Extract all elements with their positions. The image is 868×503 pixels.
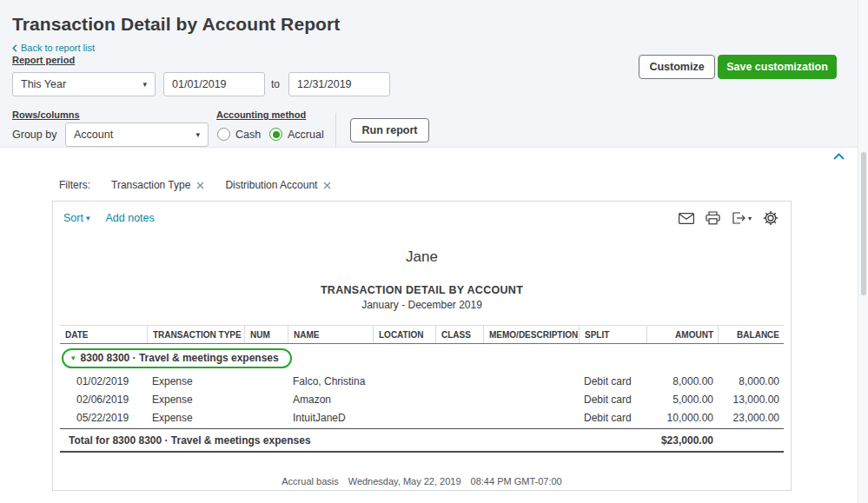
cell-num <box>244 408 288 427</box>
report-run-date: Wednesday, May 22, 2019 <box>348 476 461 486</box>
column-header-location: LOCATION <box>373 326 435 343</box>
cell-memo <box>483 372 579 390</box>
vertical-scrollbar[interactable] <box>858 0 868 503</box>
table-row[interactable]: 01/02/2019 Expense Falco, Christina Debi… <box>60 372 784 390</box>
sort-menu[interactable]: Sort ▾ <box>63 212 89 224</box>
customize-button[interactable]: Customize <box>639 55 715 79</box>
group-by-value: Account <box>74 129 113 141</box>
cell-name: Falco, Christina <box>288 372 373 390</box>
filter-chip-distribution-account[interactable]: Distribution Account <box>225 179 331 191</box>
column-header-balance: BALANCE <box>718 326 784 343</box>
filters-label: Filters: <box>59 179 90 191</box>
total-row: Total for 8300 8300 · Travel & meetings … <box>60 428 784 453</box>
run-report-button[interactable]: Run report <box>350 118 429 142</box>
rows-columns-label: Rows/columns <box>12 109 80 120</box>
collapse-panel-button[interactable] <box>825 149 851 164</box>
filters-bar: Filters: Transaction Type Distribution A… <box>59 179 331 191</box>
column-header-memo: MEMO/DESCRIPTION <box>483 326 579 343</box>
chevron-down-icon: ▾ <box>86 214 90 222</box>
scrollbar-thumb[interactable] <box>861 152 866 295</box>
accrual-radio[interactable]: Accrual <box>269 128 324 141</box>
report-toolbar: Sort ▾ Add notes ▾ <box>53 202 791 229</box>
cell-date: 01/02/2019 <box>60 372 147 390</box>
cell-split: Debit card <box>579 372 646 390</box>
report-run-time: 08:44 PM GMT-07:00 <box>471 476 562 486</box>
cell-memo <box>483 408 579 427</box>
cell-balance: 23,000.00 <box>718 408 784 427</box>
company-name: Jane <box>53 248 791 266</box>
print-icon[interactable] <box>706 211 720 225</box>
table-row[interactable]: 05/22/2019 Expense IntuitJaneD Debit car… <box>60 408 784 427</box>
cell-class <box>435 372 483 390</box>
report-header: Jane TRANSACTION DETAIL BY ACCOUNT Janua… <box>53 248 791 311</box>
chevron-left-icon <box>12 44 17 52</box>
toolbar-icons: ▾ <box>679 210 779 226</box>
accrual-radio-label: Accrual <box>288 129 324 141</box>
report-title: TRANSACTION DETAIL BY ACCOUNT <box>53 284 791 296</box>
report-controls-panel: Transaction Detail by Account Report Bac… <box>0 0 858 148</box>
group-by-select[interactable]: Account ▾ <box>65 122 209 147</box>
filter-chip-transaction-type[interactable]: Transaction Type <box>111 179 204 191</box>
remove-filter-icon[interactable] <box>196 182 204 189</box>
total-label: Total for 8300 8300 · Travel & meetings … <box>60 429 646 451</box>
cell-class <box>435 408 483 427</box>
back-to-report-list-link[interactable]: Back to report list <box>12 43 95 53</box>
group-row: ▾ 8300 8300 · Travel & meetings expenses <box>60 344 784 372</box>
cell-location <box>373 372 435 390</box>
to-label: to <box>271 78 280 90</box>
cell-location <box>373 390 435 408</box>
export-icon[interactable]: ▾ <box>732 211 752 225</box>
remove-filter-icon[interactable] <box>323 182 331 189</box>
cell-name: Amazon <box>288 390 373 408</box>
column-header-name: NAME <box>288 326 373 343</box>
back-link-label: Back to report list <box>21 43 95 53</box>
cell-split: Debit card <box>579 390 646 408</box>
filter-chip-label: Transaction Type <box>111 179 190 191</box>
report-period-select[interactable]: This Year ▾ <box>12 72 156 96</box>
cell-amount: 10,000.00 <box>646 408 718 427</box>
date-from-input[interactable] <box>163 72 265 96</box>
cell-balance: 8,000.00 <box>718 372 784 390</box>
email-icon[interactable] <box>679 213 694 224</box>
group-toggle-annotation-highlight[interactable]: ▾ 8300 8300 · Travel & meetings expenses <box>62 348 292 368</box>
settings-gear-icon[interactable] <box>763 210 779 226</box>
cell-type: Expense <box>147 408 244 427</box>
vertical-divider <box>335 113 336 146</box>
radio-circle-icon <box>217 128 230 141</box>
total-amount: $23,000.00 <box>646 429 718 451</box>
cell-num <box>244 372 288 390</box>
cell-type: Expense <box>147 372 244 390</box>
cell-split: Debit card <box>579 408 646 427</box>
cell-date: 05/22/2019 <box>60 408 147 427</box>
cell-type: Expense <box>147 390 244 408</box>
chevron-up-icon <box>833 153 845 160</box>
accounting-basis: Accrual basis <box>282 476 338 486</box>
report-period-label: Report period <box>12 55 75 65</box>
column-header-num: NUM <box>244 326 288 343</box>
cell-balance: 13,000.00 <box>718 390 784 408</box>
table-header-row: DATE TRANSACTION TYPE NUM NAME LOCATION … <box>60 325 784 344</box>
cash-radio[interactable]: Cash <box>217 128 261 141</box>
cell-class <box>435 390 483 408</box>
table-row[interactable]: 02/06/2019 Expense Amazon Debit card 5,0… <box>60 390 784 408</box>
report-period-value: This Year <box>21 78 66 90</box>
cell-amount: 5,000.00 <box>646 390 718 408</box>
add-notes-link[interactable]: Add notes <box>105 212 154 224</box>
page-title: Transaction Detail by Account Report <box>12 14 340 35</box>
sort-label: Sort <box>63 212 83 224</box>
report-date-range: January - December 2019 <box>53 299 791 311</box>
column-header-transaction-type: TRANSACTION TYPE <box>147 326 244 343</box>
chevron-down-icon: ▾ <box>142 80 147 89</box>
column-header-date: DATE <box>60 326 147 343</box>
date-to-input[interactable] <box>288 72 390 96</box>
cell-memo <box>483 390 579 408</box>
cell-num <box>244 390 288 408</box>
report-table: DATE TRANSACTION TYPE NUM NAME LOCATION … <box>60 325 784 453</box>
cell-name: IntuitJaneD <box>288 408 373 427</box>
chevron-down-icon: ▾ <box>195 130 200 139</box>
report-page: Transaction Detail by Account Report Bac… <box>0 0 868 503</box>
cell-location <box>373 408 435 427</box>
add-notes-label: Add notes <box>105 212 154 224</box>
cell-date: 02/06/2019 <box>60 390 147 408</box>
save-customization-button[interactable]: Save customization <box>718 55 837 79</box>
